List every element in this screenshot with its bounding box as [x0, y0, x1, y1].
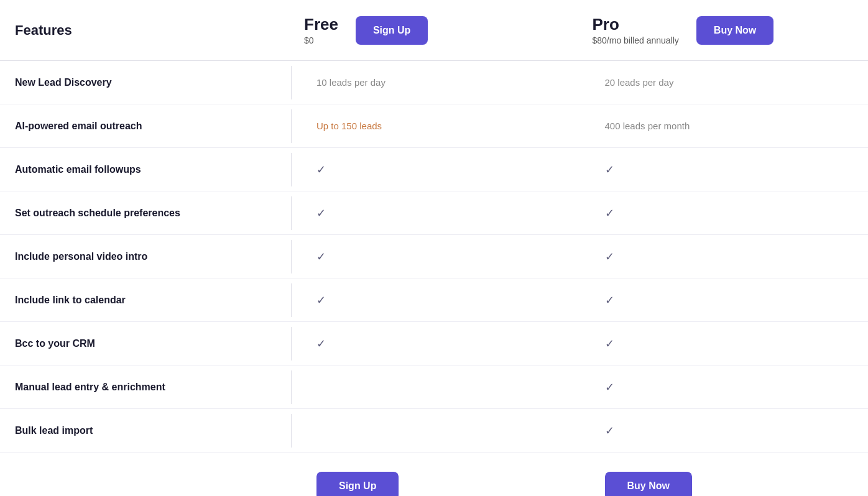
- feature-row: Automatic email followups✓✓: [0, 148, 868, 191]
- checkmark-icon: ✓: [316, 293, 326, 307]
- feature-label: AI-powered email outreach: [0, 109, 292, 143]
- free-plan-header: Free $0 Sign Up: [292, 15, 580, 45]
- features-heading: Features: [0, 22, 292, 39]
- pro-feature-cell: ✓: [580, 369, 869, 405]
- feature-value: 10 leads per day: [316, 77, 386, 88]
- pro-plan-header: Pro $80/mo billed annually Buy Now: [580, 15, 869, 45]
- buynow-bottom-button[interactable]: Buy Now: [605, 472, 692, 496]
- pro-feature-cell: ✓: [580, 195, 869, 231]
- pro-feature-cell: 20 leads per day: [580, 66, 869, 99]
- checkmark-icon: ✓: [605, 250, 614, 264]
- feature-value: Up to 150 leads: [316, 121, 382, 131]
- feature-label: Set outreach schedule preferences: [0, 196, 292, 230]
- feature-value: 20 leads per day: [605, 77, 674, 88]
- free-feature-cell: Up to 150 leads: [292, 109, 580, 142]
- checkmark-icon: ✓: [316, 206, 326, 220]
- pro-feature-cell: 400 leads per month: [580, 109, 869, 142]
- free-feature-cell: [292, 376, 580, 398]
- footer-row: Sign Up Buy Now: [0, 452, 868, 496]
- free-feature-cell: ✓: [292, 239, 580, 275]
- free-feature-cell: ✓: [292, 152, 580, 188]
- feature-label: New Lead Discovery: [0, 66, 292, 99]
- free-plan-info: Free $0: [304, 15, 338, 45]
- free-feature-cell: 10 leads per day: [292, 66, 580, 99]
- signup-bottom-button[interactable]: Sign Up: [316, 472, 399, 496]
- signup-top-button[interactable]: Sign Up: [356, 16, 428, 45]
- pro-plan-price: $80/mo billed annually: [593, 35, 679, 45]
- footer-pro-cell: Buy Now: [580, 472, 869, 496]
- free-feature-cell: ✓: [292, 195, 580, 231]
- feature-row: AI-powered email outreachUp to 150 leads…: [0, 104, 868, 148]
- checkmark-icon: ✓: [316, 163, 326, 177]
- feature-row: Bcc to your CRM✓✓: [0, 322, 868, 365]
- feature-row: Set outreach schedule preferences✓✓: [0, 191, 868, 235]
- pro-plan-info: Pro $80/mo billed annually: [593, 15, 679, 45]
- pro-plan-name: Pro: [593, 15, 679, 34]
- footer-free-cell: Sign Up: [292, 472, 580, 496]
- pro-feature-cell: ✓: [580, 152, 869, 188]
- feature-label: Bulk lead import: [0, 414, 292, 448]
- feature-row: Include link to calendar✓✓: [0, 278, 868, 322]
- feature-value: 400 leads per month: [605, 121, 690, 131]
- pro-feature-cell: ✓: [580, 239, 869, 275]
- feature-rows-container: New Lead Discovery10 leads per day20 lea…: [0, 61, 868, 452]
- checkmark-icon: ✓: [605, 337, 614, 351]
- free-feature-cell: ✓: [292, 282, 580, 318]
- feature-label: Include personal video intro: [0, 240, 292, 273]
- pro-feature-cell: ✓: [580, 413, 869, 449]
- checkmark-icon: ✓: [316, 250, 326, 264]
- checkmark-icon: ✓: [605, 424, 614, 438]
- free-plan-price: $0: [304, 35, 338, 45]
- feature-row: Include personal video intro✓✓: [0, 235, 868, 278]
- pro-feature-cell: ✓: [580, 326, 869, 362]
- free-feature-cell: [292, 420, 580, 442]
- feature-label: Bcc to your CRM: [0, 327, 292, 361]
- checkmark-icon: ✓: [605, 163, 614, 177]
- free-plan-name: Free: [304, 15, 338, 34]
- buynow-top-button[interactable]: Buy Now: [696, 16, 773, 45]
- feature-row: New Lead Discovery10 leads per day20 lea…: [0, 61, 868, 104]
- checkmark-icon: ✓: [605, 380, 614, 394]
- feature-label: Automatic email followups: [0, 153, 292, 186]
- feature-label: Include link to calendar: [0, 283, 292, 317]
- feature-row: Manual lead entry & enrichment✓: [0, 365, 868, 409]
- free-feature-cell: ✓: [292, 326, 580, 362]
- checkmark-icon: ✓: [605, 293, 614, 307]
- checkmark-icon: ✓: [605, 206, 614, 220]
- header-row: Features Free $0 Sign Up Pro $80/mo bill…: [0, 0, 868, 61]
- pricing-table: Features Free $0 Sign Up Pro $80/mo bill…: [0, 0, 868, 496]
- pro-feature-cell: ✓: [580, 282, 869, 318]
- checkmark-icon: ✓: [316, 337, 326, 351]
- feature-label: Manual lead entry & enrichment: [0, 370, 292, 404]
- feature-row: Bulk lead import✓: [0, 409, 868, 452]
